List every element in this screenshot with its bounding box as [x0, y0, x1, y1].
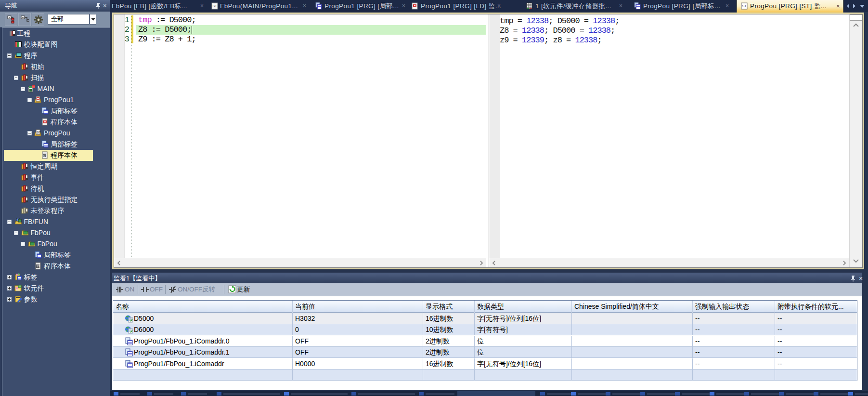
svg-text:ST: ST: [213, 4, 218, 8]
svg-text:ST: ST: [37, 265, 40, 268]
svg-text:ST: ST: [43, 154, 47, 157]
svg-text:ST: ST: [742, 4, 747, 8]
svg-text:ST: ST: [37, 131, 41, 134]
